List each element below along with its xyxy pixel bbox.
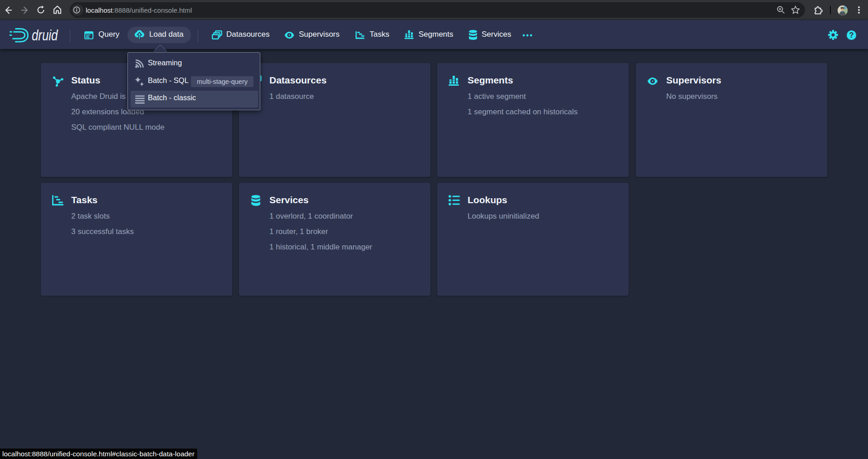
svg-text:?: ? xyxy=(849,31,854,39)
